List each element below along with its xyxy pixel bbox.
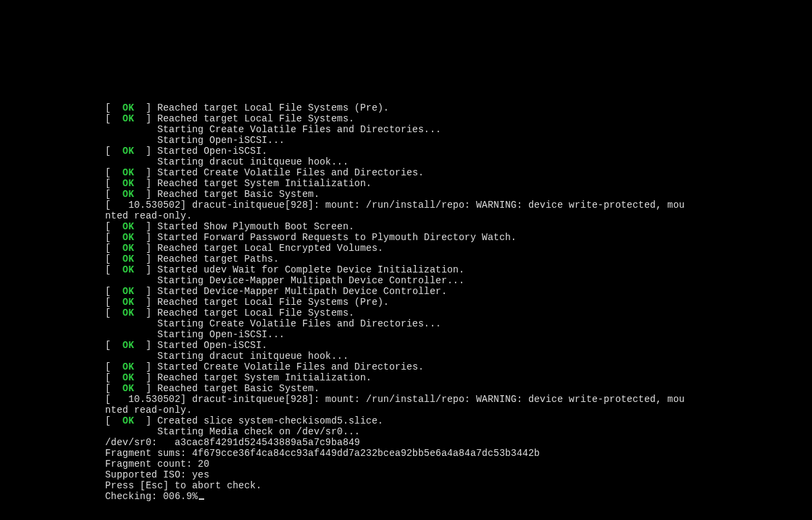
terminal-line: [ OK ] Reached target Local File Systems… bbox=[105, 308, 812, 318]
terminal-line: [ OK ] Reached target Local File Systems… bbox=[105, 103, 812, 113]
terminal-line: [ OK ] Reached target Local File Systems… bbox=[105, 113, 812, 124]
terminal-line: Starting Open-iSCSI... bbox=[105, 329, 812, 340]
terminal-line: [ OK ] Started Device-Mapper Multipath D… bbox=[105, 286, 812, 297]
terminal-line: [ 10.530502] dracut-initqueue[928]: moun… bbox=[105, 200, 812, 210]
terminal-line: [ OK ] Reached target System Initializat… bbox=[105, 178, 812, 189]
status-ok: OK bbox=[123, 146, 134, 156]
terminal-line: Press [Esc] to abort check. bbox=[105, 480, 812, 491]
status-ok: OK bbox=[123, 372, 134, 383]
status-ok: OK bbox=[123, 113, 134, 124]
terminal-line: [ 10.530502] dracut-initqueue[928]: moun… bbox=[105, 394, 812, 405]
terminal-line: [ OK ] Reached target Paths. bbox=[105, 254, 812, 264]
terminal-line: [ OK ] Reached target Local Encrypted Vo… bbox=[105, 243, 812, 254]
status-ok: OK bbox=[123, 178, 134, 189]
status-ok: OK bbox=[123, 264, 134, 275]
status-ok: OK bbox=[123, 189, 134, 200]
status-ok: OK bbox=[123, 362, 134, 372]
terminal-line: Starting Media check on /dev/sr0... bbox=[105, 426, 812, 437]
terminal-line: [ OK ] Started Open-iSCSI. bbox=[105, 340, 812, 351]
terminal-line: Fragment count: 20 bbox=[105, 459, 812, 469]
cursor bbox=[199, 498, 204, 500]
terminal-line: [ OK ] Created slice system-checkisomd5.… bbox=[105, 415, 812, 426]
terminal-line: Checking: 006.9% bbox=[105, 491, 812, 502]
terminal-line: [ OK ] Started Show Plymouth Boot Screen… bbox=[105, 221, 812, 232]
status-ok: OK bbox=[123, 383, 134, 394]
terminal-line: Starting Create Volatile Files and Direc… bbox=[105, 124, 812, 135]
terminal-line: [ OK ] Reached target Basic System. bbox=[105, 189, 812, 200]
status-ok: OK bbox=[123, 286, 134, 297]
status-ok: OK bbox=[123, 254, 134, 264]
terminal-line: [ OK ] Started Open-iSCSI. bbox=[105, 146, 812, 156]
terminal-line: [ OK ] Started Create Volatile Files and… bbox=[105, 362, 812, 372]
terminal-line: [ OK ] Reached target Basic System. bbox=[105, 383, 812, 394]
status-ok: OK bbox=[123, 167, 134, 178]
boot-terminal: [ OK ] Reached target Local File Systems… bbox=[105, 103, 812, 502]
status-ok: OK bbox=[123, 221, 134, 232]
terminal-line: Starting Create Volatile Files and Direc… bbox=[105, 318, 812, 329]
terminal-line: [ OK ] Reached target Local File Systems… bbox=[105, 297, 812, 308]
status-ok: OK bbox=[123, 297, 134, 308]
terminal-line: [ OK ] Reached target System Initializat… bbox=[105, 372, 812, 383]
terminal-line: [ OK ] Started Forward Password Requests… bbox=[105, 232, 812, 243]
status-ok: OK bbox=[123, 103, 134, 113]
status-ok: OK bbox=[123, 340, 134, 351]
terminal-line: /dev/sr0: a3cac8f4291d524543889a5a7c9ba8… bbox=[105, 437, 812, 448]
terminal-line: nted read-only. bbox=[105, 405, 812, 415]
status-ok: OK bbox=[123, 243, 134, 254]
terminal-line: Starting dracut initqueue hook... bbox=[105, 351, 812, 362]
terminal-line: [ OK ] Started Create Volatile Files and… bbox=[105, 167, 812, 178]
terminal-line: Starting Open-iSCSI... bbox=[105, 135, 812, 146]
status-ok: OK bbox=[123, 232, 134, 243]
terminal-line: Starting Device-Mapper Multipath Device … bbox=[105, 275, 812, 286]
terminal-line: nted read-only. bbox=[105, 210, 812, 221]
terminal-line: Supported ISO: yes bbox=[105, 469, 812, 480]
status-ok: OK bbox=[123, 308, 134, 318]
terminal-line: Starting dracut initqueue hook... bbox=[105, 156, 812, 167]
terminal-line: [ OK ] Started udev Wait for Complete De… bbox=[105, 264, 812, 275]
terminal-line: Fragment sums: 4f679cce36f4ca84cc93af449… bbox=[105, 448, 812, 459]
status-ok: OK bbox=[123, 415, 134, 426]
